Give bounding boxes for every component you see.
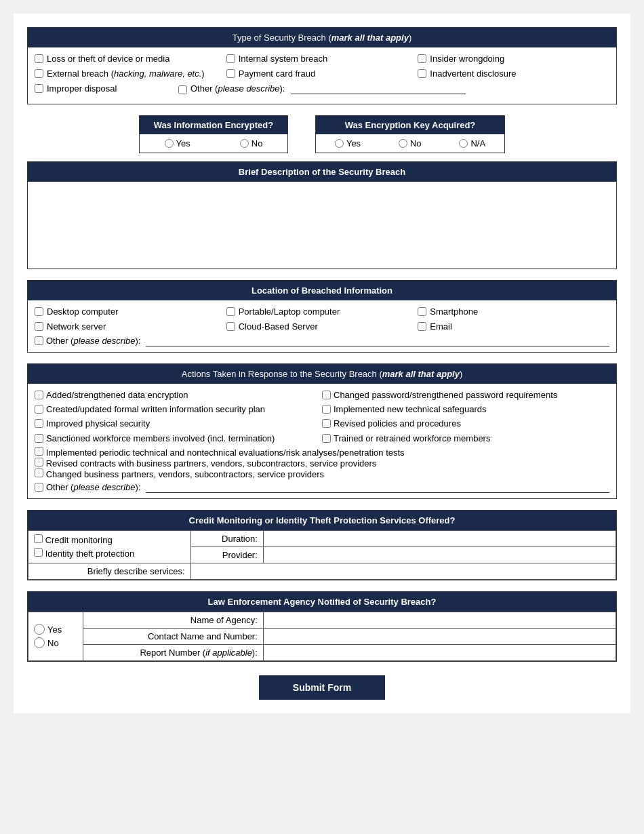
cb-trained[interactable] xyxy=(322,434,331,443)
cb-created-plan[interactable] xyxy=(35,405,43,414)
cb-cloud[interactable] xyxy=(226,322,235,331)
location-other-input[interactable] xyxy=(146,336,609,346)
cb-credit-monitoring[interactable] xyxy=(34,534,43,543)
cb-email[interactable] xyxy=(418,322,426,331)
cb-payment-fraud[interactable] xyxy=(226,69,235,78)
cb-inadvertent[interactable] xyxy=(418,69,426,78)
duration-value-cell xyxy=(263,530,616,547)
cb-location-other[interactable] xyxy=(35,336,43,345)
law-table: Yes No Name of Agency: xyxy=(28,612,616,661)
contact-value-cell xyxy=(263,628,616,644)
breach-other-input[interactable] xyxy=(291,83,466,94)
cb-identity-theft-item: Identity theft protection xyxy=(34,548,185,559)
cb-identity-theft-label: Identity theft protection xyxy=(45,549,135,559)
location-row-1: Desktop computer Portable/Laptop compute… xyxy=(35,306,609,318)
cb-sanctioned[interactable] xyxy=(35,434,43,443)
breach-col3-row3 xyxy=(466,83,609,95)
key-na-radio[interactable] xyxy=(459,139,468,148)
action-changed-password: Changed password/strengthened password r… xyxy=(322,389,609,401)
contact-label: Contact Name and Number: xyxy=(148,631,258,641)
encrypted-no-radio[interactable] xyxy=(240,139,249,148)
location-title: Location of Breached Information xyxy=(251,285,393,296)
encrypted-no-label: No xyxy=(251,138,263,148)
location-row-2: Network server Cloud-Based Server Email xyxy=(35,321,609,333)
law-no-radio[interactable] xyxy=(34,637,45,648)
cb-insider-wrongdoing[interactable] xyxy=(418,54,426,63)
cb-changed-partners[interactable] xyxy=(35,469,43,477)
cb-other-breach-label: Other (please describe): xyxy=(190,83,287,95)
cb-physical-security[interactable] xyxy=(35,419,43,428)
actions-other-row: Other (please describe): xyxy=(35,482,609,493)
action-physical-security: Improved physical security xyxy=(35,418,322,430)
encrypted-yes-option: Yes xyxy=(165,138,190,148)
form-container: Type of Security Breach (mark all that a… xyxy=(14,14,630,713)
cb-desktop[interactable] xyxy=(35,307,43,316)
actions-em: mark all that apply xyxy=(382,369,460,379)
breach-col2-row1: Internal system breach xyxy=(226,53,418,65)
credit-monitoring-header: Credit Monitoring or Identity Theft Prot… xyxy=(28,511,616,530)
submit-button[interactable]: Submit Form xyxy=(259,675,385,700)
submit-container: Submit Form xyxy=(27,675,617,700)
law-enforcement-section: Law Enforcement Agency Notified of Secur… xyxy=(27,591,617,662)
cb-new-safeguards[interactable] xyxy=(322,405,331,414)
cb-smartphone-label: Smartphone xyxy=(430,306,478,318)
action-revised-policies: Revised policies and procedures xyxy=(322,418,609,430)
key-yes-radio[interactable] xyxy=(335,139,344,148)
cb-identity-theft[interactable] xyxy=(34,548,43,557)
cb-smartphone[interactable] xyxy=(418,307,426,316)
cb-physical-security-label: Improved physical security xyxy=(46,418,150,430)
report-input[interactable] xyxy=(269,648,610,658)
contact-label-cell: Contact Name and Number: xyxy=(83,628,264,644)
credit-checkboxes-cell: Credit monitoring Identity theft protect… xyxy=(28,530,191,563)
cb-internal-breach-label: Internal system breach xyxy=(239,53,328,65)
breach-col3-row1: Insider wrongdoing xyxy=(418,53,609,65)
cb-other-breach[interactable] xyxy=(178,85,187,94)
cb-email-label: Email xyxy=(430,321,452,333)
location-body: Desktop computer Portable/Laptop compute… xyxy=(28,300,616,352)
description-body xyxy=(28,182,616,269)
key-no-radio[interactable] xyxy=(399,139,407,148)
cb-revised-policies[interactable] xyxy=(322,419,331,428)
cb-changed-password-label: Changed password/strengthened password r… xyxy=(334,389,557,401)
encrypted-header: Was Information Encrypted? xyxy=(140,116,287,134)
loc-col2-row1: Portable/Laptop computer xyxy=(226,306,418,318)
agency-input[interactable] xyxy=(269,615,610,625)
location-other-row: Other (please describe): xyxy=(35,336,609,346)
law-no-label: No xyxy=(47,638,59,648)
provider-input[interactable] xyxy=(269,550,610,560)
actions-col2: Changed password/strengthened password r… xyxy=(322,389,609,447)
cb-improper-disposal[interactable] xyxy=(35,84,43,93)
cb-external-breach[interactable] xyxy=(35,69,43,78)
key-acquired-box: Was Encryption Key Acquired? Yes No N/A xyxy=(315,115,505,153)
security-breach-em: mark all that apply xyxy=(331,33,409,43)
cb-added-encryption[interactable] xyxy=(35,391,43,399)
cb-inadvertent-label: Inadvertent disclosure xyxy=(430,68,516,80)
cb-portable[interactable] xyxy=(226,307,235,316)
cb-actions-other[interactable] xyxy=(35,483,43,492)
encrypted-yes-radio[interactable] xyxy=(165,139,174,148)
cb-network-server[interactable] xyxy=(35,322,43,331)
cb-internal-breach[interactable] xyxy=(226,54,235,63)
cb-changed-password[interactable] xyxy=(322,391,331,399)
actions-section: Actions Taken in Response to the Securit… xyxy=(27,363,617,499)
description-textarea[interactable] xyxy=(31,184,613,264)
duration-input[interactable] xyxy=(269,534,610,544)
actions-other-input[interactable] xyxy=(146,482,609,493)
encryption-row: Was Information Encrypted? Yes No Was En… xyxy=(27,115,617,153)
cb-revised-contracts[interactable] xyxy=(35,458,43,466)
loc-col3-row1: Smartphone xyxy=(418,306,609,318)
law-row-3: Report Number (if applicable): xyxy=(28,644,616,660)
cb-periodic-eval[interactable] xyxy=(35,447,43,456)
law-row-2: Contact Name and Number: xyxy=(28,628,616,644)
contact-input[interactable] xyxy=(269,631,610,641)
cb-loss-theft[interactable] xyxy=(35,54,43,63)
law-yes-radio[interactable] xyxy=(34,624,45,635)
briefly-label: Briefly describe services: xyxy=(87,566,185,576)
action-trained: Trained or retrained workforce members xyxy=(322,433,609,445)
briefly-input[interactable] xyxy=(197,566,611,576)
credit-row-3: Briefly describe services: xyxy=(28,563,616,579)
briefly-value-cell xyxy=(190,563,616,579)
cb-trained-label: Trained or retrained workforce members xyxy=(334,433,490,445)
key-no-option: No xyxy=(399,138,422,148)
law-enforcement-body: Yes No Name of Agency: xyxy=(28,612,616,661)
